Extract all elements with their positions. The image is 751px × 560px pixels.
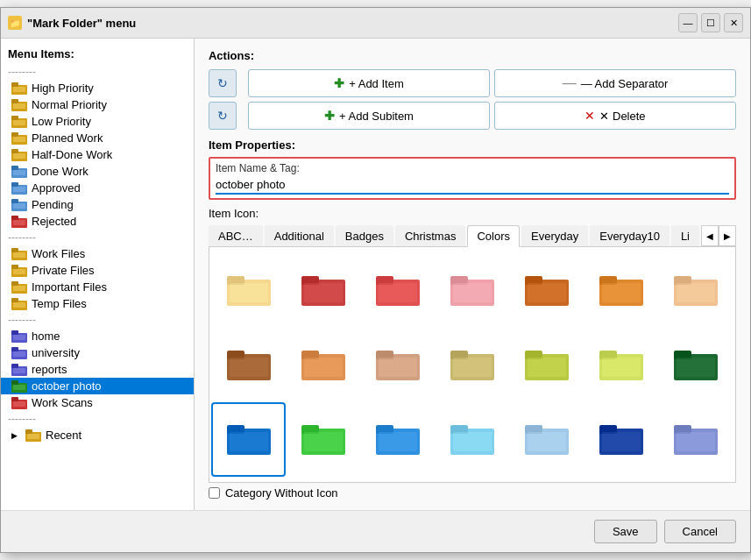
add-item-button[interactable]: ✚ + Add Item	[248, 69, 490, 97]
sidebar-item[interactable]: Done Work	[1, 163, 194, 180]
refresh-btn-2[interactable]: ↻	[209, 102, 237, 130]
svg-rect-23	[13, 203, 25, 209]
sidebar-item[interactable]: High Priority	[1, 80, 194, 96]
sidebar-item[interactable]: Work Files	[1, 245, 194, 262]
tab-scroll-left-button[interactable]: ◀	[701, 225, 719, 246]
svg-rect-29	[13, 252, 25, 258]
folder-icon-tile[interactable]	[287, 404, 358, 475]
tab-colors[interactable]: Colors	[467, 225, 520, 247]
folder-icon-tile[interactable]	[362, 329, 433, 400]
folder-icon-tile[interactable]	[661, 254, 732, 325]
actions-title: Actions:	[209, 49, 736, 62]
tab-additional[interactable]: Additional	[265, 225, 334, 246]
sidebar-item-label: home	[32, 330, 60, 343]
category-without-icon-label: Category Without Icon	[225, 486, 338, 500]
folder-icon	[11, 364, 27, 376]
svg-rect-41	[13, 335, 25, 340]
delete-label: ✕ Delete	[599, 110, 645, 123]
folder-icon-tile[interactable]	[213, 254, 284, 325]
folder-icon-tile[interactable]	[287, 254, 358, 325]
name-tag-input[interactable]	[216, 176, 729, 195]
folder-icon-tile[interactable]	[213, 404, 284, 475]
sidebar-item[interactable]: ▶ Recent	[1, 427, 194, 443]
folder-icon	[11, 132, 27, 145]
sidebar-item[interactable]: Temp Files	[1, 295, 194, 312]
svg-rect-40	[11, 330, 18, 335]
svg-rect-98	[677, 358, 715, 377]
folder-icon	[11, 380, 27, 393]
main-window: 📁 "Mark Folder" menu — ☐ ✕ Menu Items: -…	[0, 7, 751, 552]
folder-icon-tile[interactable]	[512, 404, 583, 475]
minimize-button[interactable]: —	[678, 13, 698, 32]
sidebar-item[interactable]: Approved	[1, 180, 194, 196]
sidebar-item-label: Half-Done Work	[32, 148, 112, 161]
name-tag-box: Item Name & Tag:	[209, 157, 736, 200]
sidebar-item[interactable]: Low Priority	[1, 113, 194, 130]
tab-li[interactable]: Li	[671, 225, 699, 246]
sidebar-item[interactable]: Work Scans	[1, 394, 194, 411]
folder-icon-tile[interactable]	[661, 404, 732, 475]
folder-icon	[11, 199, 27, 211]
folder-icon-tile[interactable]	[661, 329, 732, 400]
icons-grid	[209, 247, 736, 482]
sidebar-item[interactable]: reports	[1, 361, 194, 378]
svg-rect-4	[11, 99, 18, 103]
svg-rect-46	[11, 364, 18, 368]
folder-icon-tile[interactable]	[586, 329, 657, 400]
maximize-button[interactable]: ☐	[701, 13, 720, 32]
sidebar-item-label: Work Scans	[32, 396, 93, 409]
folder-icon	[11, 149, 27, 161]
title-bar: 📁 "Mark Folder" menu — ☐ ✕	[1, 8, 750, 39]
folder-icon	[25, 429, 41, 442]
sidebar-item[interactable]: Pending	[1, 196, 194, 213]
add-subitem-button[interactable]: ✚ + Add Subitem	[248, 102, 490, 130]
folder-icon-tile[interactable]	[436, 254, 507, 325]
folder-icon-tile[interactable]	[512, 329, 583, 400]
svg-rect-25	[11, 216, 18, 220]
sidebar-item[interactable]: home	[1, 328, 194, 344]
sidebar-item[interactable]: Half-Done Work	[1, 146, 194, 163]
folder-icon-tile[interactable]	[362, 254, 433, 325]
sidebar-item[interactable]: Private Files	[1, 262, 194, 279]
folder-icon-tile[interactable]	[586, 404, 657, 475]
sidebar-item[interactable]: Important Files	[1, 279, 194, 295]
close-button[interactable]: ✕	[724, 13, 743, 32]
refresh-btn-1[interactable]: ↻	[209, 69, 237, 97]
tab-badges[interactable]: Badges	[336, 225, 393, 246]
sidebar-item[interactable]: Normal Priority	[1, 96, 194, 113]
folder-icon	[11, 347, 27, 359]
svg-rect-35	[13, 286, 25, 291]
icon-label: Item Icon:	[209, 207, 736, 220]
svg-rect-31	[11, 265, 18, 269]
tab-everyday[interactable]: Everyday	[521, 225, 588, 246]
svg-rect-28	[11, 248, 18, 252]
folder-icon-tile[interactable]	[586, 254, 657, 325]
sidebar-item[interactable]: university	[1, 344, 194, 361]
cancel-button[interactable]: Cancel	[664, 520, 736, 543]
sidebar-item[interactable]: october photo	[1, 378, 194, 394]
tab-christmas[interactable]: Christmas	[395, 225, 466, 246]
category-without-icon-checkbox[interactable]	[209, 487, 220, 499]
add-subitem-label: + Add Subitem	[339, 110, 414, 123]
tab-abc[interactable]: ABC…	[209, 225, 263, 246]
tab-scroll-right-button[interactable]: ▶	[719, 225, 736, 246]
delete-button[interactable]: ✕ ✕ Delete	[494, 102, 736, 130]
folder-icon-tile[interactable]	[436, 329, 507, 400]
sidebar-item-label: october photo	[32, 379, 102, 393]
sidebar-item[interactable]: Planned Work	[1, 130, 194, 146]
folder-icon-tile[interactable]	[436, 404, 507, 475]
folder-icon	[11, 330, 27, 343]
folder-icon-tile[interactable]	[512, 254, 583, 325]
add-separator-button[interactable]: — — Add Separator	[494, 69, 736, 97]
folder-icon-tile[interactable]	[287, 329, 358, 400]
folder-icon-tile[interactable]	[362, 404, 433, 475]
svg-rect-22	[11, 199, 18, 203]
tab-everyday10[interactable]: Everyday10	[590, 225, 670, 246]
sidebar-item[interactable]: Rejected	[1, 213, 194, 230]
save-button[interactable]: Save	[594, 520, 657, 543]
right-panel: Actions: ↻ ✚ + Add Item — — Add Separato…	[195, 39, 750, 509]
folder-icon	[11, 182, 27, 195]
folder-icon-tile[interactable]	[213, 329, 284, 400]
sidebar-item-label: university	[32, 346, 80, 359]
svg-rect-19	[11, 182, 18, 187]
